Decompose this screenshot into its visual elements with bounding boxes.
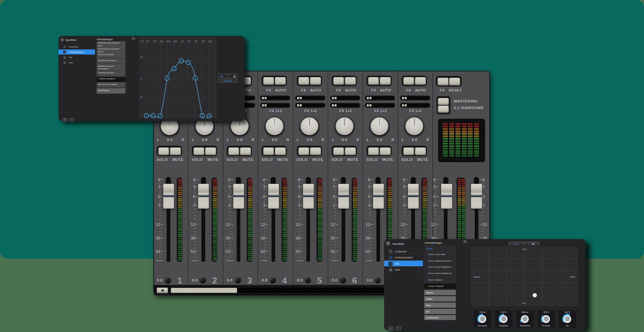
svg-text:310: 310 [160,40,164,42]
svg-text:13K: 13K [201,40,205,42]
svg-text:600: 600 [167,40,171,42]
svg-text:-6: -6 [140,96,142,98]
svg-text:3K: 3K [188,40,191,42]
svg-text:10: 10 [208,115,210,117]
svg-text:6K: 6K [195,40,198,42]
svg-text:170: 170 [153,40,157,42]
svg-text:1K: 1K [181,40,184,42]
svg-text:+6: +6 [140,56,143,58]
svg-text:+12: +12 [140,40,144,42]
svg-text:0: 0 [141,77,142,80]
svg-text:800: 800 [174,40,178,42]
svg-text:16K: 16K [208,40,212,42]
svg-text:60: 60 [146,40,149,42]
